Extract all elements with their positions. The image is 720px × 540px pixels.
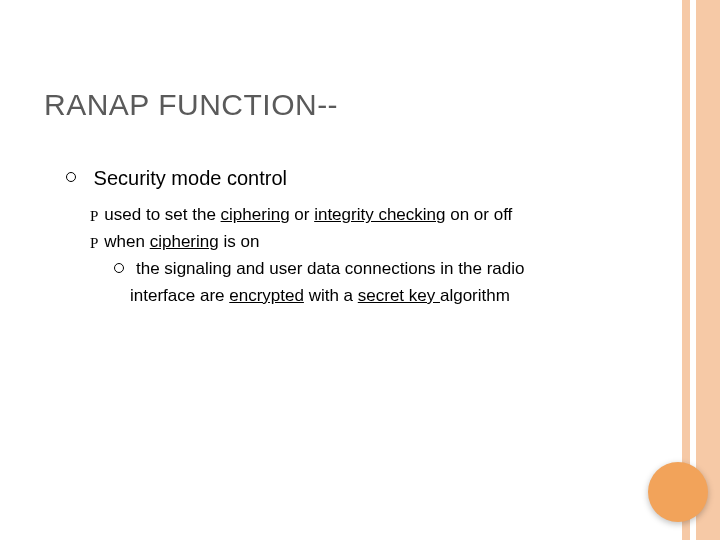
script-bullet-icon: P bbox=[90, 206, 98, 226]
script-bullet-icon: P bbox=[90, 233, 98, 253]
text-fragment: algorithm bbox=[440, 286, 510, 305]
underlined-term: encrypted bbox=[229, 286, 304, 305]
hollow-bullet-icon bbox=[114, 263, 124, 273]
bullet-level2-a: Pused to set the ciphering or integrity … bbox=[90, 204, 654, 227]
text-fragment: interface are bbox=[130, 286, 229, 305]
text-fragment: when bbox=[104, 232, 149, 251]
underlined-term: ciphering bbox=[221, 205, 290, 224]
slide-body: RANAP FUNCTION-- Security mode control P… bbox=[0, 0, 720, 308]
slide-title: RANAP FUNCTION-- bbox=[44, 88, 654, 122]
underlined-term: ciphering bbox=[150, 232, 219, 251]
bullet-level2-b: Pwhen ciphering is on bbox=[90, 231, 654, 254]
hollow-bullet-icon bbox=[66, 172, 76, 182]
text-fragment: is on bbox=[219, 232, 260, 251]
bullet-level3: the signaling and user data connections … bbox=[114, 258, 654, 281]
bullet-level3-continuation: interface are encrypted with a secret ke… bbox=[130, 285, 654, 308]
underlined-term: integrity checking bbox=[314, 205, 445, 224]
text-fragment: or bbox=[290, 205, 315, 224]
underlined-term: secret key bbox=[358, 286, 440, 305]
text-fragment: used to set the bbox=[104, 205, 220, 224]
text-fragment: with a bbox=[304, 286, 358, 305]
text-fragment: the signaling and user data connections … bbox=[136, 259, 524, 278]
text-fragment: on or off bbox=[446, 205, 513, 224]
bullet-level1: Security mode control bbox=[66, 164, 654, 192]
accent-circle bbox=[648, 462, 708, 522]
bullet-level1-text: Security mode control bbox=[94, 167, 287, 189]
